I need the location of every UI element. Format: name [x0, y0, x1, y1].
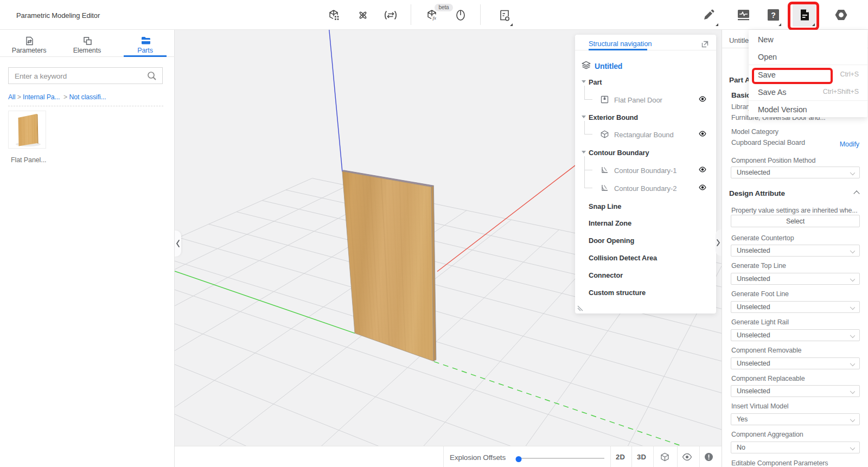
svg-text:?: ?	[771, 11, 775, 20]
svg-text:fx: fx	[433, 15, 436, 21]
